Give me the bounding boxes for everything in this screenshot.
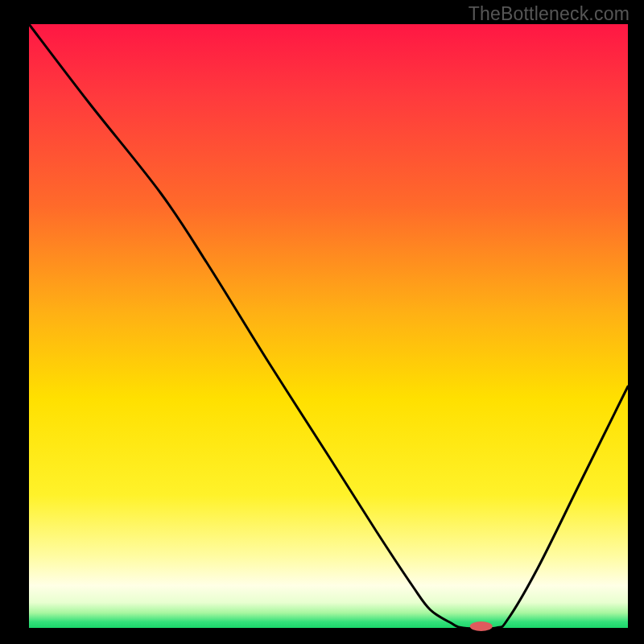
chart-frame: TheBottleneck.com	[0, 0, 644, 644]
plot-background	[29, 24, 628, 628]
bottleneck-chart	[0, 0, 644, 644]
watermark-text: TheBottleneck.com	[469, 3, 630, 25]
optimal-marker	[470, 621, 493, 631]
